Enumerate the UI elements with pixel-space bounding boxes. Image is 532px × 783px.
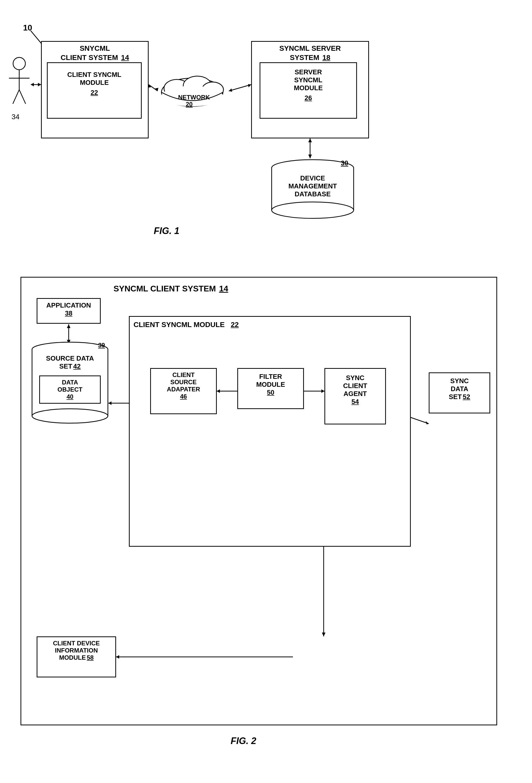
app-label: APPLICATION — [37, 302, 100, 309]
person-figure — [8, 56, 31, 109]
client-syncml-number: 22 — [91, 89, 98, 96]
server-syncml-line3: MODULE — [260, 84, 356, 92]
svg-text:30: 30 — [341, 159, 348, 167]
source-data-line1: SOURCE DATA — [29, 354, 111, 363]
app-number: 38 — [65, 309, 72, 317]
server-system-box: SYNCML SERVER SYSTEM 18 SERVER SYNCML MO… — [251, 41, 369, 138]
svg-marker-33 — [67, 324, 70, 328]
person-icon — [8, 56, 31, 108]
fig1-container: 10 34 SNYCML CLIENT SYSTEM 14 — [0, 15, 532, 233]
svg-point-2 — [13, 57, 25, 70]
client-syncml-mod-label: CLIENT SYNCML MODULE — [133, 321, 225, 328]
database-cylinder: 30 DEVICE MANAGEMENT DATABASE — [269, 159, 356, 220]
svg-marker-27 — [229, 88, 232, 92]
svg-marker-44 — [322, 632, 325, 636]
module-arrows-svg — [130, 317, 410, 546]
db-line1: DEVICE — [269, 174, 356, 182]
sync-client-agent-box: SYNC CLIENT AGENT 54 — [324, 368, 386, 425]
client-syncml-line2: MODULE — [48, 79, 141, 87]
svg-point-18 — [272, 202, 354, 218]
ref-34-label: 34 — [11, 113, 20, 121]
server-syncml-inner-box: SERVER SYNCML MODULE 26 — [259, 62, 357, 119]
sync-data-line1: SYNC — [430, 377, 490, 385]
svg-text:NETWORK: NETWORK — [178, 94, 210, 101]
db-line3: DATABASE — [269, 190, 356, 198]
client-src-line1: CLIENT — [151, 371, 216, 379]
data-obj-line2: OBJECT — [42, 386, 97, 393]
svg-marker-30 — [308, 138, 312, 142]
client-syncml-module-box: CLIENT SYNCML MODULE 22 CLIENT SOURCE AD… — [129, 316, 411, 547]
sync-client-number: 54 — [352, 398, 359, 405]
sync-data-set-box: SYNC DATA SET 52 — [429, 372, 490, 413]
source-data-cylinder: 39 SOURCE DATA SET 42 DATA OBJECT 40 — [29, 342, 111, 426]
svg-text:39: 39 — [98, 342, 105, 349]
client-device-number: 58 — [87, 654, 94, 661]
client-syncml-inner-box: CLIENT SYNCML MODULE 22 — [47, 62, 142, 119]
svg-text:20: 20 — [186, 101, 193, 108]
client-src-line2: SOURCE — [151, 379, 216, 386]
fig2-label: FIG. 2 — [231, 735, 256, 746]
client-source-adapter-box: CLIENT SOURCE ADAPATER 46 — [150, 368, 217, 414]
client-device-line2: INFORMATION — [37, 647, 115, 654]
fig2-container: SYNCML CLIENT SYSTEM 14 APPLICATION 38 — [0, 269, 532, 769]
sync-client-line3: AGENT — [325, 390, 385, 398]
fig2-outer-box: SYNCML CLIENT SYSTEM 14 APPLICATION 38 — [21, 277, 497, 725]
svg-point-51 — [32, 409, 108, 423]
filter-line1: FILTER — [238, 373, 303, 381]
svg-marker-31 — [308, 155, 312, 158]
db-line2: MANAGEMENT — [269, 182, 356, 190]
client-syncml-line1: CLIENT SYNCML — [48, 71, 141, 79]
svg-marker-28 — [248, 84, 251, 87]
data-obj-line1: DATA — [42, 379, 97, 386]
svg-line-26 — [229, 85, 251, 91]
client-syncml-mod-number: 22 — [231, 321, 239, 328]
client-system-subtitle: CLIENT SYSTEM — [61, 54, 118, 62]
client-device-line3: MODULE — [59, 654, 86, 661]
source-data-number: 42 — [73, 363, 81, 370]
server-system-number: 18 — [322, 54, 330, 62]
client-system-title: SNYCML — [80, 44, 110, 52]
data-obj-number: 40 — [67, 393, 73, 400]
svg-marker-56 — [321, 389, 324, 393]
sync-data-line3: SET — [449, 393, 462, 401]
svg-marker-54 — [217, 389, 220, 393]
network-cloud-icon: NETWORK 20 — [156, 69, 228, 113]
client-src-line3: ADAPATER — [151, 386, 216, 393]
client-device-box: CLIENT DEVICE INFORMATION MODULE 58 — [37, 636, 116, 678]
server-syncml-line2: SYNCML — [260, 76, 356, 84]
server-syncml-number: 26 — [305, 94, 312, 102]
svg-marker-42 — [426, 421, 429, 425]
sync-data-line2: DATA — [430, 385, 490, 393]
server-system-subtitle: SYSTEM — [290, 54, 319, 62]
client-system-box: SNYCML CLIENT SYSTEM 14 CLIENT SYNCML MO… — [41, 41, 149, 138]
fig2-outer-label: SYNCML CLIENT SYSTEM — [114, 284, 216, 293]
svg-marker-22 — [38, 83, 41, 86]
sync-data-number: 52 — [463, 393, 470, 401]
sync-client-line1: SYNC — [325, 374, 385, 382]
fig1-label: FIG. 1 — [154, 225, 179, 236]
network-cloud: NETWORK 20 — [156, 69, 228, 113]
application-box: APPLICATION 38 — [37, 298, 101, 324]
filter-number: 50 — [267, 388, 275, 396]
client-device-line1: CLIENT DEVICE — [37, 640, 115, 647]
svg-line-6 — [19, 90, 26, 104]
svg-marker-46 — [116, 655, 119, 659]
filter-module-box: FILTER MODULE 50 — [237, 368, 304, 409]
server-system-title: SYNCML SERVER — [279, 44, 341, 52]
server-syncml-line1: SERVER — [260, 68, 356, 76]
filter-line2: MODULE — [238, 381, 303, 388]
fig2-outer-number: 14 — [219, 284, 228, 293]
svg-line-5 — [13, 90, 19, 104]
svg-marker-21 — [31, 83, 34, 86]
sync-client-line2: CLIENT — [325, 382, 385, 390]
client-src-number: 46 — [180, 393, 187, 400]
source-data-line2: SET — [59, 363, 72, 370]
client-system-number: 14 — [121, 54, 129, 62]
